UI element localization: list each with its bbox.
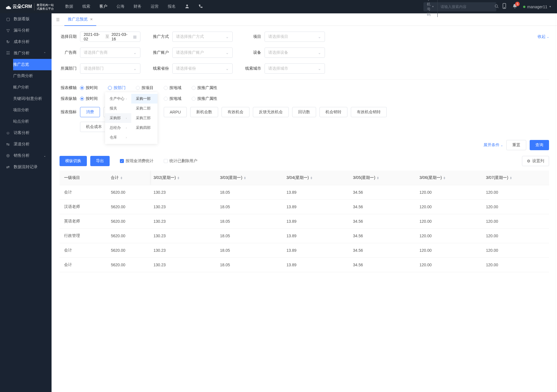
sidebar-item-channel[interactable]: ⇆渠道分析	[0, 139, 52, 150]
metric-btn-arpu[interactable]: ARPU	[164, 107, 187, 117]
cell-value: 18.05	[216, 185, 283, 200]
sidebar-item-overview[interactable]: 推广总览	[13, 59, 52, 70]
mobile-icon[interactable]	[502, 3, 507, 10]
method-select[interactable]: 请选择推广方式⌄	[172, 32, 233, 42]
user-menu[interactable]: manager11 ▼	[523, 5, 551, 9]
nav-operation[interactable]: 运营	[151, 4, 159, 9]
table-row: 会计 5620.00 130.2318.0513.8934.56120.0012…	[60, 258, 549, 272]
nav-public[interactable]: 公海	[116, 4, 124, 9]
search-input[interactable]	[438, 5, 491, 9]
sidebar-item-keyword[interactable]: 关键词/创意分析	[13, 93, 52, 104]
radio-h-time[interactable]: 按时间	[80, 85, 98, 90]
metric-btn-convert[interactable]: 机会销转	[320, 107, 347, 117]
export-button[interactable]: 导出	[90, 156, 110, 166]
col-date[interactable]: 3/07(星期一)▲▼	[482, 171, 549, 185]
metric-btn-valid[interactable]: 有效机会	[222, 107, 249, 117]
radio-h-attr[interactable]: 按推广属性	[192, 85, 217, 90]
expand-conditions-link[interactable]: 展开条件 ⌄	[484, 143, 503, 148]
sidebar-item-visitor[interactable]: ☺访客分析	[0, 127, 52, 139]
hamburger-icon[interactable]: ☰	[56, 17, 60, 22]
dept-select[interactable]: 请选择部门⌄	[80, 63, 140, 74]
metric-btn-cost[interactable]: 机会成本	[80, 122, 108, 132]
nav-data[interactable]: 数据	[65, 4, 73, 9]
date-range-input[interactable]: 2021-03-02至2021-03-16 ▦	[80, 32, 140, 42]
deleted-checkbox[interactable]: 统计已删除用户	[164, 158, 197, 164]
sidebar-item-promotion[interactable]: ☷推广分析⌃	[0, 48, 52, 59]
search-icon[interactable]	[491, 4, 502, 9]
nav-user-icon[interactable]	[185, 4, 189, 9]
radio-h-project[interactable]: 按项目	[136, 85, 153, 90]
col-date[interactable]: 3/06(星期一)▲▼	[416, 171, 483, 185]
collapse-link[interactable]: 收起 ⌄	[538, 34, 549, 39]
col-date[interactable]: 3/03(星期一)▲▼	[216, 171, 283, 185]
query-button[interactable]: 查询	[530, 140, 549, 150]
chevron-right-icon: ›	[126, 126, 127, 129]
sidebar-item-project[interactable]: 项目分析	[13, 104, 52, 116]
nav-phone-icon[interactable]	[198, 4, 203, 9]
chevron-down-icon: ⌄	[44, 154, 46, 157]
sidebar-item-site[interactable]: 站点分析	[13, 116, 52, 127]
sidebar-item-cost[interactable]: ↻成本分析	[0, 36, 52, 48]
cascade-item[interactable]: 采购三部	[131, 113, 157, 123]
cash-checkbox[interactable]: 按现金消费统计	[120, 158, 153, 164]
metric-btn-revisit[interactable]: 回访数	[292, 107, 316, 117]
notification-icon[interactable]: 5	[512, 3, 517, 10]
nav-finance[interactable]: 财务	[134, 4, 142, 9]
radio-v-attr[interactable]: 按推广属性	[192, 96, 217, 101]
nav-leads[interactable]: 线索	[82, 4, 90, 9]
dept-label: 所属部门	[60, 66, 77, 71]
cascade-item[interactable]: 生产中心›	[105, 94, 131, 104]
sidebar-item-advertiser[interactable]: 广告商分析	[13, 70, 52, 82]
cascade-item[interactable]: 仓库›	[105, 133, 131, 142]
cascade-item[interactable]: 采购四部	[131, 123, 157, 133]
advertiser-label: 广告商	[60, 50, 77, 55]
cascade-col-1: 生产中心› 报关 采购部› 总经办› 仓库›	[105, 92, 131, 144]
cascade-item[interactable]: 总经办›	[105, 123, 131, 133]
nav-customer[interactable]: 客户	[99, 4, 107, 9]
cascade-item[interactable]: 采购一部	[131, 94, 157, 104]
metric-btn-invalid[interactable]: 反馈无效机会	[253, 107, 289, 117]
method-label: 推广方式	[152, 34, 169, 39]
sidebar-item-flow[interactable]: ⇄数据流转记录	[0, 161, 52, 173]
sidebar-item-sales[interactable]: ◎销售分析⌄	[0, 150, 52, 161]
sidebar-item-dashboard[interactable]: ▢数据看版	[0, 13, 52, 25]
col-date[interactable]: 3/05(星期一)▲▼	[349, 171, 416, 185]
radio-v-region[interactable]: 按地域	[164, 96, 181, 101]
cascade-item[interactable]: 报关	[105, 104, 131, 113]
sidebar-item-account[interactable]: 账户分析	[13, 82, 52, 93]
cell-value: 34.56	[349, 185, 416, 200]
metric-btn-spend[interactable]: 消费	[80, 107, 100, 117]
nav-enroll[interactable]: 报名	[168, 4, 176, 9]
radio-h-dept[interactable]: 按部门	[108, 85, 126, 90]
cascade-item[interactable]: 采购部›	[105, 113, 131, 123]
col-total[interactable]: 合计▲▼	[107, 171, 150, 185]
cascade-item[interactable]: 采购二部	[131, 104, 157, 113]
account-select[interactable]: 请选择推广账户⌄	[172, 48, 233, 58]
device-select[interactable]: 请选择设备⌄	[265, 48, 325, 58]
sidebar-item-funnel[interactable]: ▽漏斗分析	[0, 25, 52, 36]
col-date[interactable]: 3/02(星期一)▲▼	[150, 171, 217, 185]
tab-overview[interactable]: 推广总预览✕	[64, 13, 96, 26]
cell-value: 18.05	[216, 258, 283, 272]
cell-value: 18.05	[216, 229, 283, 243]
cell-name: 会计	[60, 258, 107, 272]
advertiser-select[interactable]: 请选择广告商⌄	[80, 48, 140, 58]
cell-name: 行政管理	[60, 229, 107, 243]
main: ☰ 推广总预览✕ 选择日期 2021-03-02至2021-03-16 ▦ 推广…	[52, 13, 557, 278]
cell-value: 34.56	[349, 200, 416, 214]
metric-btn-new[interactable]: 新机会数	[190, 107, 218, 117]
project-select[interactable]: 请选择项目⌄	[265, 32, 325, 42]
province-select[interactable]: 请选择省份⌄	[172, 63, 233, 74]
metric-btn-valid-convert[interactable]: 有效机会销转	[351, 107, 387, 117]
col-date[interactable]: 3/04(星期一)▲▼	[283, 171, 350, 185]
close-icon[interactable]: ✕	[90, 17, 93, 21]
col-name[interactable]: 一级项目	[60, 171, 107, 185]
settings-columns-button[interactable]: ⚙设置列	[522, 156, 549, 166]
radio-h-region[interactable]: 按地域	[164, 85, 181, 90]
radio-v-time[interactable]: 按时间	[80, 96, 98, 101]
sort-icon: ▲▼	[376, 176, 379, 179]
city-select[interactable]: 请选择城市⌄	[265, 63, 325, 74]
switch-button[interactable]: 横纵切换	[60, 156, 87, 166]
reset-button[interactable]: 重置	[506, 140, 526, 150]
search-type-select[interactable]: 手机号码 ▼	[423, 0, 438, 17]
